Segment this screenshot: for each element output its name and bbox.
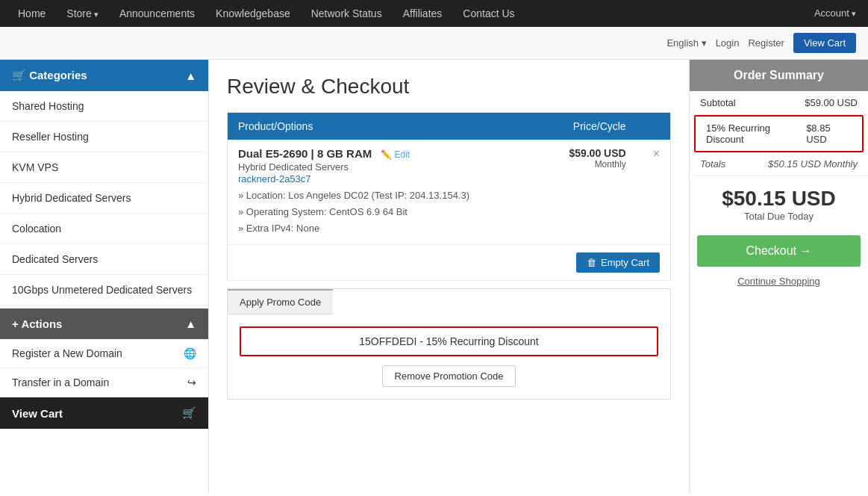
discount-label: 15% Recurring Discount [706,123,806,145]
main-layout: 🛒 Categories ▲ Shared Hosting Reseller H… [0,60,868,493]
promo-code-display: 15OFFDEDI - 15% Recurring Discount [240,326,658,356]
nav-announcements[interactable]: Announcements [109,0,205,27]
price-cell: $59.00 USD Monthly [540,140,637,245]
total-due-amount: $50.15 USD [697,187,861,211]
sidebar-transfer-domain[interactable]: Transfer in a Domain ↪ [0,368,208,397]
nav-home[interactable]: Home [7,0,56,27]
sidebar-item-reseller-hosting[interactable]: Reseller Hosting [0,122,208,152]
col-price: Price/Cycle [540,113,637,140]
detail-os: » Operating System: CentOS 6.9 64 Bit [238,204,530,220]
view-cart-button-top[interactable]: View Cart [793,33,856,53]
detail-location: » Location: Los Angeles DC02 (Test IP: 2… [238,187,530,204]
login-link[interactable]: Login [716,37,740,49]
nav-knowledgebase[interactable]: Knowledgebase [205,0,301,27]
trash-icon: 🗑 [587,257,596,268]
transfer-icon: ↪ [187,376,196,388]
register-link[interactable]: Register [748,37,784,49]
totals-label: Totals [700,158,725,170]
detail-ipv4: » Extra IPv4: None [238,220,530,237]
empty-cart-row: 🗑 Empty Cart [228,245,671,281]
nav-account[interactable]: Account [810,0,861,27]
summary-totals: Totals $50.15 USD Monthly [690,152,868,176]
cart-icon-sidebar: 🛒 [182,406,196,420]
sidebar-item-shared-hosting[interactable]: Shared Hosting [0,91,208,122]
nav-network-status[interactable]: Network Status [301,0,393,27]
secondary-navigation: English ▾ Login Register View Cart [0,27,868,60]
actions-header[interactable]: + Actions ▲ [0,309,208,339]
product-details: » Location: Los Angeles DC02 (Test IP: 2… [238,187,530,237]
remove-promo-button[interactable]: Remove Promotion Code [382,365,516,387]
subtotal-label: Subtotal [700,97,736,108]
order-summary: Order Summary Subtotal $59.00 USD 15% Re… [689,60,868,493]
promo-tab[interactable]: Apply Promo Code [228,289,333,314]
edit-product-link[interactable]: ✏️ Edit [381,149,410,160]
price-amount: $59.00 USD [551,147,626,159]
table-row: Dual E5-2690 | 8 GB RAM ✏️ Edit Hybrid D… [228,140,671,245]
empty-cart-button[interactable]: 🗑 Empty Cart [576,252,660,273]
nav-affiliates[interactable]: Affiliates [393,0,453,27]
cart-icon: 🛒 [12,69,29,81]
sidebar-view-cart[interactable]: View Cart 🛒 [0,397,208,429]
sidebar-item-colocation[interactable]: Colocation [0,214,208,244]
total-due-section: $50.15 USD Total Due Today [690,176,868,228]
main-content: Review & Checkout Product/Options Price/… [209,60,689,493]
product-category: Hybrid Dedicated Servers [238,161,530,173]
sidebar-item-kvm-vps[interactable]: KVM VPS [0,152,208,183]
promo-body: 15OFFDEDI - 15% Recurring Discount Remov… [228,314,670,399]
pencil-icon: ✏️ [381,149,392,160]
subtotal-value: $59.00 USD [805,97,858,108]
page-title: Review & Checkout [227,75,671,99]
sidebar-item-dedicated-servers[interactable]: Dedicated Servers [0,244,208,275]
categories-chevron: ▲ [185,69,196,82]
summary-subtotal: Subtotal $59.00 USD [690,91,868,115]
nav-store[interactable]: Store [56,0,109,28]
globe-icon: 🌐 [184,347,196,359]
col-product: Product/Options [228,113,540,140]
plus-icon: + [12,317,21,330]
sidebar-item-10gbps[interactable]: 10Gbps Unmetered Dedicated Servers [0,275,208,306]
order-summary-header: Order Summary [690,60,868,91]
actions-chevron: ▲ [185,317,196,330]
nav-contact-us[interactable]: Contact Us [452,0,525,27]
categories-header[interactable]: 🛒 Categories ▲ [0,60,208,91]
cart-table: Product/Options Price/Cycle Dual E5-2690… [227,112,671,281]
total-due-label: Total Due Today [697,211,861,222]
checkout-button[interactable]: Checkout → [697,235,861,267]
price-cycle: Monthly [551,159,626,170]
discount-value: $8.85 USD [806,123,852,145]
product-link[interactable]: racknerd-2a53c7 [238,173,311,185]
totals-value: $50.15 USD Monthly [768,158,858,170]
sidebar: 🛒 Categories ▲ Shared Hosting Reseller H… [0,60,209,493]
top-navigation: Home Store Announcements Knowledgebase N… [0,0,868,27]
language-selector[interactable]: English ▾ [666,37,706,49]
promo-section: Apply Promo Code 15OFFDEDI - 15% Recurri… [227,288,671,400]
continue-shopping-link[interactable]: Continue Shopping [690,276,868,287]
sidebar-register-domain[interactable]: Register a New Domain 🌐 [0,339,208,368]
product-name: Dual E5-2690 | 8 GB RAM [238,147,372,160]
summary-discount: 15% Recurring Discount $8.85 USD [694,115,864,152]
remove-item-button[interactable]: × [647,147,660,160]
sidebar-item-hybrid-dedicated[interactable]: Hybrid Dedicated Servers [0,183,208,214]
